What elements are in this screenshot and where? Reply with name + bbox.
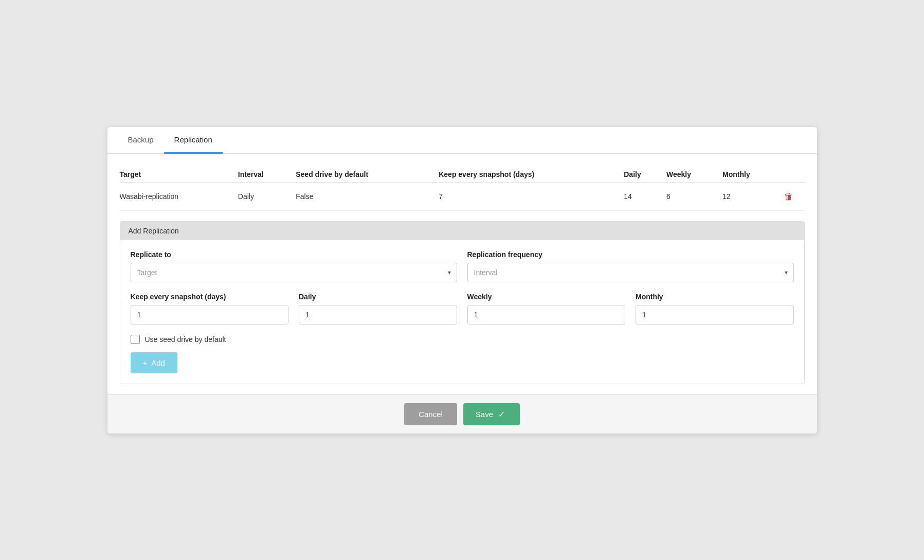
add-replication-section: Add Replication Replicate to Target ▾ Re… bbox=[120, 221, 805, 384]
row-target: Wasabi-replication bbox=[120, 183, 238, 210]
cancel-button[interactable]: Cancel bbox=[404, 403, 457, 425]
keep-snapshot-input[interactable] bbox=[131, 305, 289, 324]
row-delete-cell: 🗑 bbox=[784, 183, 805, 210]
seed-drive-checkbox[interactable] bbox=[131, 335, 140, 344]
add-button-label: Add bbox=[151, 358, 165, 367]
col-seed-drive: Seed drive by default bbox=[296, 166, 439, 183]
keep-snapshot-label: Keep every snapshot (days) bbox=[131, 293, 289, 301]
replicate-to-group: Replicate to Target ▾ bbox=[131, 250, 457, 282]
row-weekly: 6 bbox=[666, 183, 722, 210]
col-actions bbox=[784, 166, 805, 183]
monthly-input[interactable] bbox=[636, 305, 794, 324]
form-body: Replicate to Target ▾ Replication freque… bbox=[120, 240, 804, 324]
replication-freq-group: Replication frequency Interval ▾ bbox=[467, 250, 794, 282]
save-button[interactable]: Save ✓ bbox=[463, 403, 520, 425]
replication-table: Target Interval Seed drive by default Ke… bbox=[120, 166, 805, 211]
monthly-label: Monthly bbox=[636, 293, 794, 301]
col-daily: Daily bbox=[624, 166, 666, 183]
col-target: Target bbox=[120, 166, 238, 183]
seed-drive-row: Use seed drive by default bbox=[120, 335, 804, 344]
form-row-1: Replicate to Target ▾ Replication freque… bbox=[131, 250, 794, 282]
add-replication-header: Add Replication bbox=[120, 222, 804, 240]
tab-backup[interactable]: Backup bbox=[118, 127, 164, 154]
seed-drive-checkbox-label[interactable]: Use seed drive by default bbox=[145, 335, 226, 344]
replicate-to-select-wrapper: Target ▾ bbox=[131, 263, 457, 282]
weekly-group: Weekly bbox=[467, 293, 626, 324]
replicate-to-select[interactable]: Target bbox=[131, 263, 457, 282]
col-weekly: Weekly bbox=[666, 166, 722, 183]
replicate-to-label: Replicate to bbox=[131, 250, 457, 259]
daily-input[interactable] bbox=[299, 305, 457, 324]
replication-freq-select-wrapper: Interval ▾ bbox=[467, 263, 794, 282]
add-button-icon: + bbox=[143, 358, 148, 367]
tab-bar: Backup Replication bbox=[107, 127, 817, 154]
col-monthly: Monthly bbox=[722, 166, 784, 183]
row-seed-drive: False bbox=[296, 183, 439, 210]
daily-group: Daily bbox=[299, 293, 457, 324]
row-keep-snapshot: 7 bbox=[439, 183, 624, 210]
table-row: Wasabi-replication Daily False 7 14 6 12… bbox=[120, 183, 805, 210]
save-check-icon: ✓ bbox=[498, 409, 505, 419]
col-keep-snapshot: Keep every snapshot (days) bbox=[439, 166, 624, 183]
form-row-2: Keep every snapshot (days) Daily Weekly … bbox=[131, 293, 794, 324]
row-daily: 14 bbox=[624, 183, 666, 210]
col-interval: Interval bbox=[238, 166, 296, 183]
footer: Cancel Save ✓ bbox=[107, 394, 817, 433]
row-interval: Daily bbox=[238, 183, 296, 210]
replication-freq-label: Replication frequency bbox=[467, 250, 794, 259]
delete-icon[interactable]: 🗑 bbox=[784, 191, 793, 202]
replication-table-section: Target Interval Seed drive by default Ke… bbox=[107, 154, 817, 211]
weekly-label: Weekly bbox=[467, 293, 626, 301]
keep-snapshot-group: Keep every snapshot (days) bbox=[131, 293, 289, 324]
tab-replication[interactable]: Replication bbox=[164, 127, 223, 154]
modal-container: Backup Replication Target Interval Seed … bbox=[107, 127, 817, 433]
monthly-group: Monthly bbox=[636, 293, 794, 324]
row-monthly: 12 bbox=[722, 183, 784, 210]
replication-freq-select[interactable]: Interval bbox=[467, 263, 794, 282]
add-replication-button[interactable]: + Add bbox=[131, 352, 177, 373]
weekly-input[interactable] bbox=[467, 305, 626, 324]
save-label: Save bbox=[476, 410, 493, 419]
daily-label: Daily bbox=[299, 293, 457, 301]
